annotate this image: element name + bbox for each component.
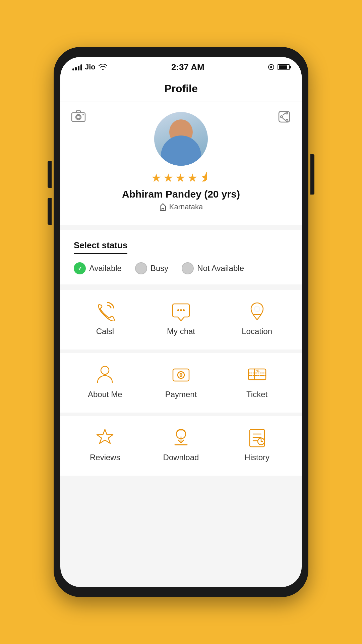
- status-available[interactable]: Available: [74, 262, 122, 274]
- location-label: Location: [242, 327, 272, 336]
- menu-item-payment[interactable]: Payment: [151, 363, 211, 399]
- menu-grid-row3: Reviews Download: [60, 416, 302, 476]
- gps-icon: [268, 64, 274, 70]
- share-button[interactable]: [278, 110, 291, 125]
- star-3: ★: [175, 171, 185, 184]
- chat-icon: [169, 300, 193, 323]
- chat-label: My chat: [167, 327, 195, 336]
- history-icon: [245, 426, 269, 449]
- svg-point-5: [281, 116, 283, 118]
- available-dot: [74, 262, 86, 274]
- not-available-dot: [182, 262, 194, 274]
- menu-row-2: About Me Payment: [60, 356, 302, 406]
- star-2: ★: [163, 171, 173, 184]
- menu-item-about[interactable]: About Me: [75, 363, 135, 399]
- phone-screen: Jio 2:37 AM Profile: [60, 57, 302, 587]
- avatar-container: [74, 112, 288, 166]
- menu-item-history[interactable]: History: [227, 426, 287, 462]
- star-icon: [93, 426, 117, 449]
- profile-name: Abhiram Pandey (20 yrs): [74, 189, 288, 200]
- menu-item-chat[interactable]: My chat: [151, 300, 211, 336]
- svg-point-14: [101, 366, 109, 374]
- svg-rect-13: [253, 314, 261, 315]
- available-label: Available: [89, 264, 122, 273]
- page-title: Profile: [164, 83, 198, 95]
- menu-row-1: Calsl My chat: [60, 293, 302, 343]
- carrier-label: Jio: [85, 63, 96, 71]
- svg-point-11: [183, 309, 185, 311]
- camera-button[interactable]: [71, 110, 86, 123]
- menu-item-calls[interactable]: Calsl: [75, 300, 135, 336]
- menu-item-location[interactable]: Location: [227, 300, 287, 336]
- payment-label: Payment: [165, 390, 197, 399]
- status-time: 2:37 AM: [171, 62, 204, 72]
- star-1: ★: [151, 171, 161, 184]
- star-5: ⯨: [199, 171, 211, 184]
- avatar-image: [154, 112, 208, 166]
- svg-point-9: [177, 309, 179, 311]
- location-icon: [245, 300, 269, 323]
- svg-point-7: [286, 119, 288, 121]
- phone-icon: [93, 300, 117, 323]
- reviews-label: Reviews: [90, 453, 120, 462]
- history-label: History: [244, 453, 269, 462]
- ticket-icon: %: [245, 363, 269, 386]
- menu-row-3: Reviews Download: [60, 419, 302, 469]
- not-available-label: Not Available: [197, 264, 244, 273]
- svg-point-3: [82, 114, 84, 115]
- signal-icon: [72, 64, 82, 70]
- payment-icon: [169, 363, 193, 386]
- svg-point-12: [254, 306, 260, 312]
- about-label: About Me: [88, 390, 122, 399]
- person-icon: [93, 363, 117, 386]
- avatar: [154, 112, 208, 166]
- status-bar-left: Jio: [72, 63, 108, 72]
- status-section: Select status Available Busy Not Availab…: [60, 230, 302, 284]
- profile-location: Karnataka: [74, 203, 288, 211]
- star-4: ★: [187, 171, 197, 184]
- calls-label: Calsl: [96, 327, 114, 336]
- status-section-title: Select status: [74, 240, 127, 254]
- status-bar: Jio 2:37 AM: [60, 57, 302, 77]
- status-not-available[interactable]: Not Available: [182, 262, 244, 274]
- menu-item-download[interactable]: Download: [151, 426, 211, 462]
- svg-text:%: %: [256, 369, 259, 373]
- home-icon: [159, 203, 167, 211]
- page-header: Profile: [60, 77, 302, 102]
- rating-stars: ★ ★ ★ ★ ⯨: [74, 171, 288, 184]
- download-icon: [169, 426, 193, 449]
- battery-icon: [278, 64, 290, 70]
- location-label: Karnataka: [169, 203, 203, 211]
- status-bar-right: [268, 64, 290, 70]
- status-options: Available Busy Not Available: [74, 262, 288, 274]
- download-label: Download: [163, 453, 199, 462]
- menu-item-reviews[interactable]: Reviews: [75, 426, 135, 462]
- menu-grid-row1: Calsl My chat: [60, 290, 302, 350]
- wifi-icon: [98, 63, 108, 72]
- svg-point-2: [77, 115, 80, 119]
- menu-grid-row2: About Me Payment: [60, 353, 302, 413]
- busy-dot: [135, 262, 147, 274]
- svg-point-6: [286, 112, 288, 114]
- menu-item-ticket[interactable]: % Ticket: [227, 363, 287, 399]
- svg-point-10: [180, 309, 182, 311]
- profile-section: ★ ★ ★ ★ ⯨ Abhiram Pandey (20 yrs) Karnat…: [60, 102, 302, 225]
- busy-label: Busy: [150, 264, 168, 273]
- volume-button: [48, 198, 52, 225]
- ticket-label: Ticket: [246, 390, 267, 399]
- status-busy[interactable]: Busy: [135, 262, 168, 274]
- phone-frame: Jio 2:37 AM Profile: [54, 47, 308, 597]
